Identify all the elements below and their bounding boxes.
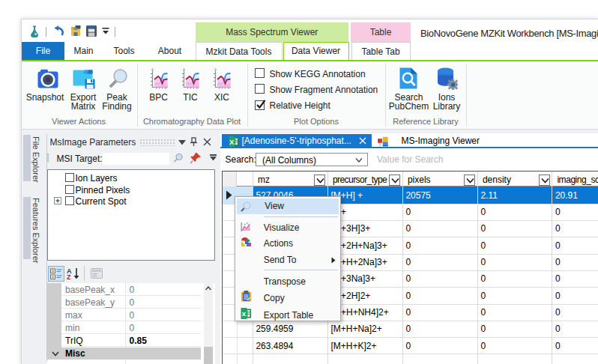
svg-text:X: X [229, 138, 234, 145]
svg-text:x: x [242, 309, 247, 318]
